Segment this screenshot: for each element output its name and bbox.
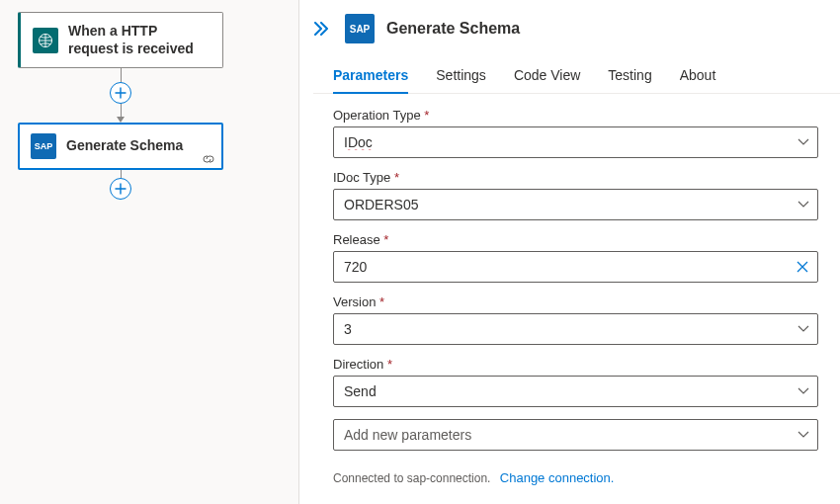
action-node-generate-schema[interactable]: SAP Generate Schema: [18, 123, 223, 170]
connection-prefix: Connected to: [333, 471, 407, 485]
label-text: Version: [333, 294, 376, 309]
change-connection-link[interactable]: Change connection.: [500, 470, 615, 485]
input-value: 720: [344, 259, 790, 275]
add-step-button-1[interactable]: [110, 82, 131, 104]
chevron-down-icon: [798, 201, 809, 209]
detail-panel: SAP Generate Schema Parameters Settings …: [299, 0, 840, 504]
required-asterisk: *: [387, 357, 392, 372]
label-direction: Direction *: [333, 357, 818, 372]
connector-line: [121, 170, 122, 178]
required-asterisk: *: [424, 108, 429, 123]
input-operation-type[interactable]: IDoc: [333, 126, 818, 158]
http-request-icon: [33, 28, 58, 53]
connection-name: sap-connection.: [407, 471, 491, 485]
trigger-node-http-request[interactable]: When a HTTP request is received: [18, 12, 223, 68]
input-direction[interactable]: Send: [333, 376, 818, 407]
tab-parameters[interactable]: Parameters: [333, 59, 408, 93]
input-value: IDoc: [344, 134, 792, 150]
connector-line: [121, 68, 122, 82]
label-text: IDoc Type: [333, 170, 390, 185]
label-version: Version *: [333, 294, 818, 309]
sap-icon: SAP: [31, 133, 56, 159]
connection-footer: Connected to sap-connection. Change conn…: [299, 468, 840, 493]
connector-1: [18, 68, 223, 123]
field-add-new-parameters: Add new parameters: [333, 419, 818, 451]
label-release: Release *: [333, 232, 818, 247]
panel-header: SAP Generate Schema: [299, 0, 840, 53]
input-version[interactable]: 3: [333, 313, 818, 345]
panel-title: Generate Schema: [386, 20, 520, 38]
tab-settings[interactable]: Settings: [436, 59, 486, 93]
input-placeholder: Add new parameters: [344, 427, 792, 443]
field-release: Release * 720: [333, 232, 818, 283]
clear-icon[interactable]: [796, 260, 809, 274]
connector-line: [121, 104, 122, 118]
required-asterisk: *: [394, 170, 399, 185]
chevron-down-icon: [798, 138, 809, 146]
required-asterisk: *: [379, 294, 384, 309]
tab-testing[interactable]: Testing: [608, 59, 651, 93]
panel-tabs: Parameters Settings Code View Testing Ab…: [313, 53, 840, 94]
field-idoc-type: IDoc Type * ORDERS05: [333, 170, 818, 220]
input-add-new-parameters[interactable]: Add new parameters: [333, 419, 818, 451]
add-step-button-2[interactable]: [110, 178, 131, 200]
parameters-form: Operation Type * IDoc IDoc Type * ORDERS…: [299, 94, 840, 468]
collapse-panel-button[interactable]: [313, 22, 329, 36]
input-value: 3: [344, 321, 792, 337]
field-operation-type: Operation Type * IDoc: [333, 108, 818, 158]
input-idoc-type[interactable]: ORDERS05: [333, 189, 818, 220]
label-text: Direction: [333, 357, 383, 372]
required-asterisk: *: [383, 232, 388, 247]
label-text: Operation Type: [333, 108, 421, 123]
tab-code-view[interactable]: Code View: [514, 59, 580, 93]
chevron-down-icon: [798, 387, 809, 395]
input-value: Send: [344, 383, 792, 399]
label-operation-type: Operation Type *: [333, 108, 818, 123]
tab-about[interactable]: About: [680, 59, 716, 93]
sap-icon: SAP: [345, 14, 375, 43]
label-text: Release: [333, 232, 380, 247]
input-release[interactable]: 720: [333, 251, 818, 283]
action-node-title: Generate Schema: [66, 137, 183, 155]
field-version: Version * 3: [333, 294, 818, 345]
app-root: When a HTTP request is received SAP Gene…: [0, 0, 840, 504]
field-direction: Direction * Send: [333, 357, 818, 407]
trigger-node-title: When a HTTP request is received: [68, 23, 210, 57]
input-value: ORDERS05: [344, 197, 792, 212]
chevron-down-icon: [798, 325, 809, 333]
link-icon: [202, 154, 215, 164]
label-idoc-type: IDoc Type *: [333, 170, 818, 185]
connector-2: [18, 170, 223, 200]
chevron-down-icon: [798, 431, 809, 439]
designer-canvas[interactable]: When a HTTP request is received SAP Gene…: [0, 0, 299, 504]
